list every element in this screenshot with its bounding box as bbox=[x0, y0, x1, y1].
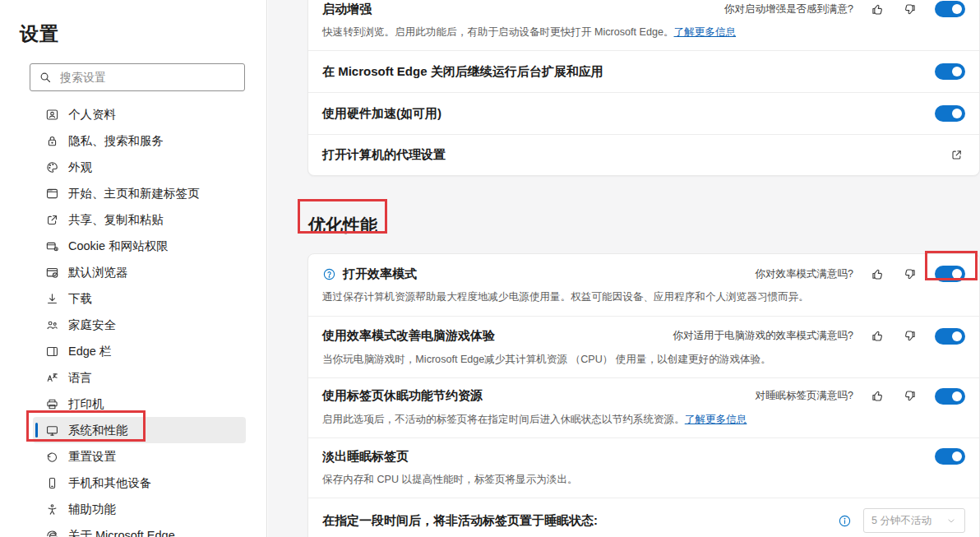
sidebar-item-label: 关于 Microsoft Edge bbox=[68, 528, 175, 537]
sidebar-item-label: 外观 bbox=[68, 160, 92, 175]
sidebar-item-about-edge[interactable]: 关于 Microsoft Edge bbox=[33, 522, 246, 537]
thumbs-down-icon[interactable] bbox=[903, 329, 918, 344]
hardware-acceleration-title: 使用硬件加速(如可用) bbox=[322, 106, 441, 122]
monitor-icon bbox=[45, 424, 59, 437]
startup-boost-description: 快速转到浏览。启用此功能后，有助于启动设备时更快打开 Microsoft Edg… bbox=[322, 25, 965, 39]
edge-logo-icon bbox=[45, 529, 59, 537]
thumbs-down-icon[interactable] bbox=[903, 2, 918, 16]
family-icon bbox=[45, 318, 59, 332]
thumbs-up-icon[interactable] bbox=[871, 389, 885, 404]
download-icon bbox=[45, 292, 59, 306]
efficiency-mode-toggle[interactable] bbox=[935, 266, 965, 282]
sidebar-item-label: 默认浏览器 bbox=[68, 265, 128, 280]
sidebar-item-label: 家庭安全 bbox=[68, 317, 116, 333]
selection-indicator bbox=[35, 423, 38, 437]
efficiency-mode-description: 通过保存计算机资源帮助最大程度地减少电源使用量。权益可能因设备、应用程序和个人浏… bbox=[322, 289, 965, 304]
chevron-down-icon bbox=[945, 515, 957, 526]
startup-boost-row: 启动增强 你对启动增强是否感到满意? 快速转到浏览。启用此功能后，有助于启动设备… bbox=[308, 0, 979, 50]
thumbs-down-icon[interactable] bbox=[903, 389, 918, 404]
sidebar-item-printers[interactable]: 打印机 bbox=[33, 391, 246, 417]
sidebar-item-downloads[interactable]: 下载 bbox=[33, 285, 246, 312]
sidebar-item-profile[interactable]: 个人资料 bbox=[33, 101, 246, 127]
fade-sleeping-tabs-toggle[interactable] bbox=[935, 448, 965, 465]
sidebar-item-label: 共享、复制和粘贴 bbox=[68, 212, 164, 228]
sidebar-item-languages[interactable]: 语言 bbox=[33, 364, 246, 391]
background-apps-toggle[interactable] bbox=[935, 63, 965, 80]
layout-icon bbox=[45, 187, 59, 201]
sleep-timer-row: 在指定一段时间后，将非活动标签页置于睡眠状态: 5 分钟不活动 当效率模式打开时… bbox=[308, 498, 979, 537]
thumbs-down-icon[interactable] bbox=[903, 266, 918, 281]
thumbs-up-icon[interactable] bbox=[871, 329, 885, 344]
optimize-performance-heading: 优化性能 bbox=[308, 213, 980, 238]
gaming-feedback-text: 你对适用于电脑游戏的效率模式满意吗? bbox=[673, 329, 853, 343]
sidebar-item-label: Edge 栏 bbox=[68, 344, 111, 359]
sidebar-item-phone-other-devices[interactable]: 手机和其他设备 bbox=[33, 470, 246, 496]
gaming-efficiency-description: 当你玩电脑游戏时，Microsoft Edge减少其计算机资源 （CPU） 使用… bbox=[322, 352, 965, 367]
sidebar-item-edge-bar[interactable]: Edge 栏 bbox=[33, 338, 246, 364]
efficiency-mode-feedback-text: 你对效率模式满意吗? bbox=[756, 267, 853, 281]
efficiency-mode-title: 打开效率模式 bbox=[343, 266, 417, 282]
accessibility-icon bbox=[45, 502, 59, 516]
reset-icon bbox=[45, 450, 59, 464]
browser-check-icon bbox=[45, 266, 59, 280]
hardware-acceleration-toggle[interactable] bbox=[935, 105, 965, 122]
edge-bar-icon bbox=[45, 345, 59, 359]
sidebar-item-label: 个人资料 bbox=[68, 107, 116, 123]
learn-more-link[interactable]: 了解更多信息 bbox=[685, 414, 747, 425]
lock-icon bbox=[45, 134, 59, 148]
sleeping-tabs-row: 使用标签页休眠功能节约资源 对睡眠标签页满意吗? 启用此选项后，不活动的标签页将… bbox=[308, 377, 979, 437]
learn-more-link[interactable]: 了解更多信息 bbox=[674, 26, 737, 38]
startup-boost-feedback-text: 你对启动增强是否感到满意? bbox=[724, 2, 853, 16]
proxy-settings-row[interactable]: 打开计算机的代理设置 bbox=[308, 134, 979, 175]
fade-sleeping-tabs-title: 淡出睡眠标签页 bbox=[322, 449, 409, 465]
thumbs-up-icon[interactable] bbox=[871, 2, 885, 16]
settings-main-panel: 启动增强 你对启动增强是否感到满意? 快速转到浏览。启用此功能后，有助于启动设备… bbox=[268, 0, 980, 537]
sidebar-item-system-performance[interactable]: 系统和性能 bbox=[33, 417, 246, 443]
sleeping-tabs-toggle[interactable] bbox=[935, 388, 965, 405]
optimize-performance-card: 打开效率模式 你对效率模式满意吗? 通过保存计算机资源帮助最大程度地减少电源使用… bbox=[307, 253, 980, 537]
sleeping-tabs-title: 使用标签页休眠功能节约资源 bbox=[322, 388, 483, 404]
sidebar-item-appearance[interactable]: 外观 bbox=[33, 154, 246, 180]
sleep-timer-title: 在指定一段时间后，将非活动标签页置于睡眠状态: bbox=[322, 513, 598, 529]
sidebar-item-label: 系统和性能 bbox=[68, 423, 128, 438]
profile-icon bbox=[45, 108, 59, 122]
fade-sleeping-tabs-description: 保存内存和 CPU 以提高性能时，标签页将显示为淡出。 bbox=[322, 472, 965, 487]
startup-boost-toggle[interactable] bbox=[935, 1, 965, 17]
gaming-efficiency-toggle[interactable] bbox=[935, 328, 965, 345]
phone-icon bbox=[45, 476, 59, 490]
sidebar-item-start-home-newtab[interactable]: 开始、主页和新建标签页 bbox=[33, 180, 246, 206]
sidebar-item-cookies-site-permissions[interactable]: Cookie 和网站权限 bbox=[33, 233, 246, 259]
info-icon[interactable] bbox=[838, 514, 852, 528]
sidebar-item-default-browser[interactable]: 默认浏览器 bbox=[33, 259, 246, 285]
sidebar-item-privacy-search-services[interactable]: 隐私、搜索和服务 bbox=[33, 127, 246, 154]
sidebar-item-label: 隐私、搜索和服务 bbox=[68, 133, 164, 149]
search-settings-box[interactable] bbox=[30, 63, 245, 91]
sidebar-item-label: 下载 bbox=[68, 291, 92, 307]
external-link-icon[interactable] bbox=[950, 147, 965, 163]
sidebar-item-share-copy-paste[interactable]: 共享、复制和粘贴 bbox=[33, 206, 246, 233]
thumbs-up-icon[interactable] bbox=[871, 266, 885, 281]
sidebar-item-reset-settings[interactable]: 重置设置 bbox=[33, 443, 246, 470]
sleep-timer-dropdown[interactable]: 5 分钟不活动 bbox=[863, 508, 965, 533]
search-icon bbox=[39, 71, 53, 85]
sidebar-item-family-safety[interactable]: 家庭安全 bbox=[33, 312, 246, 338]
sidebar-item-label: 语言 bbox=[68, 370, 92, 386]
fade-sleeping-tabs-row: 淡出睡眠标签页 保存内存和 CPU 以提高性能时，标签页将显示为淡出。 bbox=[308, 437, 979, 498]
cookie-icon bbox=[45, 239, 59, 253]
background-apps-row: 在 Microsoft Edge 关闭后继续运行后台扩展和应用 bbox=[308, 50, 979, 92]
settings-sidebar: 设置 个人资料隐私、搜索和服务外观开始、主页和新建标签页共享、复制和粘贴Cook… bbox=[0, 0, 267, 537]
sleep-timer-dropdown-value: 5 分钟不活动 bbox=[871, 514, 931, 528]
sidebar-item-label: 重置设置 bbox=[68, 449, 116, 465]
sidebar-nav: 个人资料隐私、搜索和服务外观开始、主页和新建标签页共享、复制和粘贴Cookie … bbox=[0, 101, 266, 537]
sidebar-item-accessibility[interactable]: 辅助功能 bbox=[33, 496, 246, 522]
sidebar-item-label: 辅助功能 bbox=[68, 502, 116, 517]
sidebar-item-label: 打印机 bbox=[68, 396, 104, 412]
printer-icon bbox=[45, 397, 59, 411]
background-apps-title: 在 Microsoft Edge 关闭后继续运行后台扩展和应用 bbox=[322, 64, 603, 80]
gaming-efficiency-row: 使用效率模式改善电脑游戏体验 你对适用于电脑游戏的效率模式满意吗? 当你玩电脑游… bbox=[308, 316, 979, 377]
proxy-settings-title: 打开计算机的代理设置 bbox=[322, 147, 446, 163]
system-settings-card: 启动增强 你对启动增强是否感到满意? 快速转到浏览。启用此功能后，有助于启动设备… bbox=[307, 0, 980, 176]
search-input[interactable] bbox=[60, 71, 236, 84]
sidebar-item-label: 手机和其他设备 bbox=[68, 475, 152, 491]
help-question-icon[interactable] bbox=[322, 267, 336, 281]
